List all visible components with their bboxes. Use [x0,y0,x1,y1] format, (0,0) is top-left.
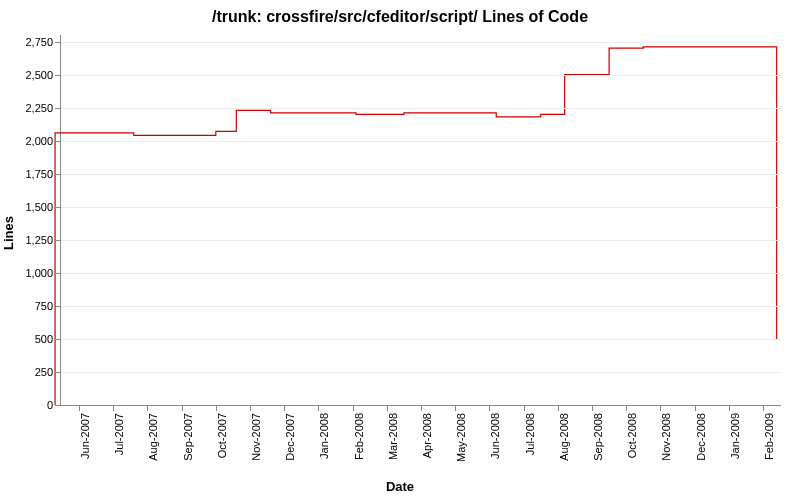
x-tick [763,405,764,411]
chart-container: /trunk: crossfire/src/cfeditor/script/ L… [0,0,800,500]
gridline [61,42,781,43]
x-tick [318,405,319,411]
y-tick [55,339,61,340]
y-tick-label: 750 [35,300,53,312]
x-tick-label: Mar-2008 [387,413,399,460]
y-tick [55,273,61,274]
x-tick-label: Sep-2008 [592,413,604,461]
series-line [55,47,777,405]
gridline [61,141,781,142]
x-tick [592,405,593,411]
x-tick [250,405,251,411]
y-tick [55,405,61,406]
y-tick-label: 1,250 [25,234,53,246]
gridline [61,108,781,109]
x-tick-label: Jul-2008 [524,413,536,455]
x-tick [421,405,422,411]
x-tick-label: Jun-2008 [489,413,501,459]
x-tick-label: Feb-2008 [353,413,365,460]
x-tick [695,405,696,411]
y-tick [55,75,61,76]
x-tick-label: Aug-2008 [558,413,570,461]
y-tick-label: 0 [47,399,53,411]
x-tick-label: Dec-2007 [284,413,296,461]
x-tick [524,405,525,411]
y-tick-label: 1,750 [25,168,53,180]
x-tick [455,405,456,411]
x-tick-label: Aug-2007 [147,413,159,461]
gridline [61,306,781,307]
gridline [61,372,781,373]
gridline [61,174,781,175]
x-tick-label: Feb-2009 [763,413,775,460]
x-tick-label: Jun-2007 [79,413,91,459]
x-tick [729,405,730,411]
x-tick-label: Oct-2007 [216,413,228,458]
x-tick [558,405,559,411]
x-tick-label: Nov-2007 [250,413,262,461]
y-tick-label: 500 [35,333,53,345]
x-tick [353,405,354,411]
y-tick [55,108,61,109]
x-tick [489,405,490,411]
gridline [61,207,781,208]
y-tick-label: 2,750 [25,36,53,48]
x-tick-label: Jan-2009 [729,413,741,459]
x-tick-label: Jan-2008 [318,413,330,459]
x-tick-label: Nov-2008 [660,413,672,461]
y-tick-label: 1,500 [25,201,53,213]
plot-area: 02505007501,0001,2501,5001,7502,0002,250… [60,35,781,406]
x-tick [79,405,80,411]
x-axis-title: Date [0,479,800,494]
gridline [61,339,781,340]
x-tick-label: Sep-2007 [182,413,194,461]
x-tick-label: Apr-2008 [421,413,433,458]
y-tick [55,141,61,142]
gridline [61,240,781,241]
y-tick [55,240,61,241]
y-tick [55,306,61,307]
y-tick-label: 2,500 [25,69,53,81]
y-axis-title: Lines [1,216,16,250]
x-tick-label: Jul-2007 [113,413,125,455]
x-tick-label: Oct-2008 [626,413,638,458]
y-tick [55,372,61,373]
x-tick [660,405,661,411]
x-tick-label: May-2008 [455,413,467,462]
x-tick [387,405,388,411]
x-tick [182,405,183,411]
y-tick [55,207,61,208]
x-tick [626,405,627,411]
data-series-svg [61,35,781,405]
x-tick [284,405,285,411]
chart-title: /trunk: crossfire/src/cfeditor/script/ L… [0,8,800,26]
x-tick [113,405,114,411]
gridline [61,75,781,76]
gridline [61,273,781,274]
y-tick [55,174,61,175]
x-tick-label: Dec-2008 [695,413,707,461]
y-tick-label: 250 [35,366,53,378]
x-tick [147,405,148,411]
y-tick [55,42,61,43]
y-tick-label: 2,000 [25,135,53,147]
y-tick-label: 1,000 [25,267,53,279]
x-tick [216,405,217,411]
y-tick-label: 2,250 [25,102,53,114]
